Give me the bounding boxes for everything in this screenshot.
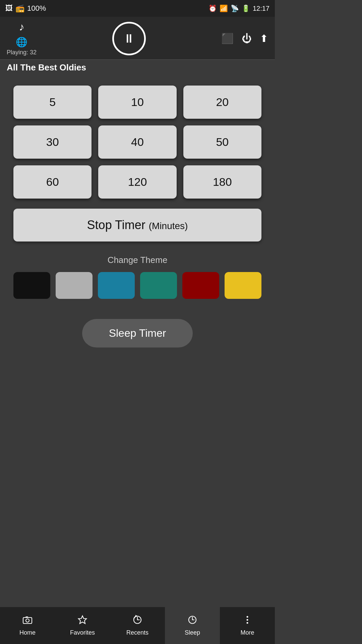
status-bar: 🖼 📻 100% ⏰ 📶 📡 🔋 12:17 xyxy=(0,0,275,17)
header-left-controls: ♪ 🌐 Playing: 32 xyxy=(7,21,37,56)
radio-icon: 📻 xyxy=(15,4,24,13)
change-theme-label: Change Theme xyxy=(13,255,261,265)
theme-swatch-teal-green[interactable] xyxy=(140,272,177,299)
time-display: 12:17 xyxy=(253,5,269,12)
alarm-icon: ⏰ xyxy=(208,4,217,12)
svg-point-1 xyxy=(26,619,29,622)
timer-btn-50[interactable]: 50 xyxy=(183,125,261,159)
pause-button[interactable]: ⏸ xyxy=(112,22,146,55)
station-name: All The Best Oldies xyxy=(0,60,275,75)
stop-timer-label: Stop Timer xyxy=(87,218,145,232)
main-content: 5 10 20 30 40 50 60 120 180 Stop Timer (… xyxy=(0,75,275,358)
theme-swatch-black[interactable] xyxy=(13,272,50,299)
theme-swatch-gray[interactable] xyxy=(56,272,93,299)
nav-label-home: Home xyxy=(19,629,36,636)
bottom-nav: Home Favorites Recents Sleep xyxy=(0,607,275,644)
more-icon xyxy=(242,615,252,627)
timer-btn-5[interactable]: 5 xyxy=(13,86,92,119)
timer-btn-10[interactable]: 10 xyxy=(98,86,176,119)
nav-item-more[interactable]: More xyxy=(220,607,275,644)
status-right: ⏰ 📶 📡 🔋 12:17 xyxy=(208,4,269,12)
music-note-icon: ♪ xyxy=(19,21,24,33)
timer-grid: 5 10 20 30 40 50 60 120 180 xyxy=(13,86,261,199)
nav-label-favorites: Favorites xyxy=(70,629,95,636)
svg-point-9 xyxy=(247,622,248,624)
stop-timer-button[interactable]: Stop Timer (Minutes) xyxy=(13,209,261,241)
signal-icon: 📡 xyxy=(231,4,239,12)
stop-timer-sublabel: (Minutes) xyxy=(149,221,188,231)
header-right-controls: ⬛ ⏻ ⬆ xyxy=(221,33,268,44)
sleep-timer-pill: Sleep Timer xyxy=(13,319,261,347)
svg-rect-0 xyxy=(23,618,32,624)
share-icon[interactable]: ⬆ xyxy=(260,33,268,44)
theme-swatch-teal-blue[interactable] xyxy=(98,272,135,299)
header-center: ⏸ xyxy=(112,22,146,55)
theme-swatches xyxy=(13,272,261,299)
battery-percent: 100% xyxy=(27,4,46,13)
playing-label: Playing: 32 xyxy=(7,49,37,56)
sleep-icon xyxy=(187,615,197,627)
recents-icon xyxy=(132,615,142,627)
pause-icon: ⏸ xyxy=(123,33,135,45)
timer-btn-120[interactable]: 120 xyxy=(98,165,176,199)
timer-btn-30[interactable]: 30 xyxy=(13,125,92,159)
battery-icon: 🔋 xyxy=(242,4,250,12)
svg-rect-2 xyxy=(25,616,28,618)
nav-label-recents: Recents xyxy=(126,629,148,636)
stop-icon[interactable]: ⬛ xyxy=(221,33,234,44)
timer-btn-180[interactable]: 180 xyxy=(183,165,261,199)
wifi-icon: 📶 xyxy=(220,4,228,12)
app-header: ♪ 🌐 Playing: 32 ⏸ ⬛ ⏻ ⬆ xyxy=(0,17,275,60)
nav-item-favorites[interactable]: Favorites xyxy=(55,607,110,644)
timer-btn-60[interactable]: 60 xyxy=(13,165,92,199)
photo-icon: 🖼 xyxy=(5,4,13,13)
nav-item-sleep[interactable]: Sleep xyxy=(165,607,220,644)
nav-label-sleep: Sleep xyxy=(185,629,200,636)
nav-item-recents[interactable]: Recents xyxy=(110,607,165,644)
svg-point-8 xyxy=(247,619,248,621)
svg-marker-3 xyxy=(78,616,86,624)
timer-btn-20[interactable]: 20 xyxy=(183,86,261,119)
nav-label-more: More xyxy=(240,629,254,636)
status-left: 🖼 📻 100% xyxy=(5,4,46,13)
theme-swatch-dark-red[interactable] xyxy=(182,272,219,299)
globe-icon: 🌐 xyxy=(16,37,27,48)
theme-swatch-yellow[interactable] xyxy=(225,272,261,299)
home-icon xyxy=(22,615,33,627)
nav-item-home[interactable]: Home xyxy=(0,607,55,644)
favorites-icon xyxy=(77,615,87,627)
timer-btn-40[interactable]: 40 xyxy=(98,125,176,159)
sleep-timer-button[interactable]: Sleep Timer xyxy=(82,319,193,347)
power-icon[interactable]: ⏻ xyxy=(242,33,252,44)
svg-point-7 xyxy=(247,616,248,618)
